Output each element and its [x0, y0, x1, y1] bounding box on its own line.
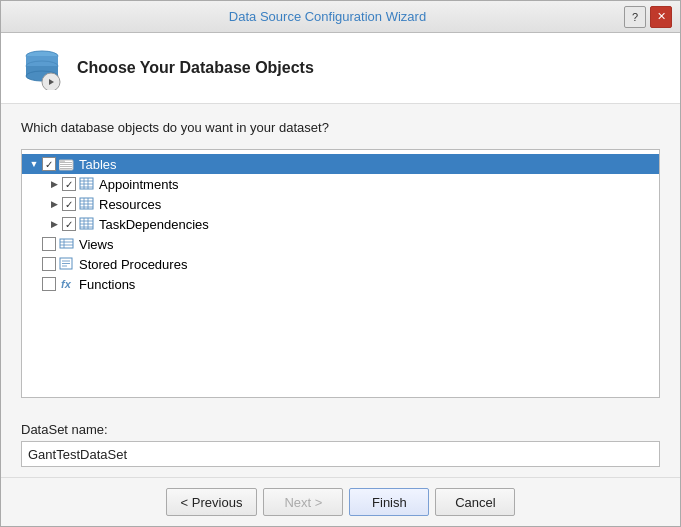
label-views: Views [79, 237, 113, 252]
next-button[interactable]: Next > [263, 488, 343, 516]
dataset-name-input[interactable] [21, 441, 660, 467]
title-bar-controls: ? ✕ [624, 6, 672, 28]
checkbox-appointments[interactable]: ✓ [62, 177, 76, 191]
footer-section: < Previous Next > Finish Cancel [1, 477, 680, 526]
tree-item-tables[interactable]: ▼ ✓ Tables [22, 154, 659, 174]
header-section: Choose Your Database Objects [1, 33, 680, 104]
label-tables: Tables [79, 157, 117, 172]
tree-item-appointments[interactable]: ▶ ✓ Appointments [22, 174, 659, 194]
tree-container[interactable]: ▼ ✓ Tables ▶ ✓ [21, 149, 660, 398]
section-question: Which database objects do you want in yo… [21, 120, 660, 135]
expander-resources[interactable]: ▶ [46, 196, 62, 212]
help-button[interactable]: ? [624, 6, 646, 28]
svg-text:fx: fx [61, 278, 72, 290]
svg-rect-10 [60, 164, 72, 165]
svg-rect-11 [60, 166, 72, 167]
view-icon [59, 236, 75, 252]
database-icon [21, 47, 63, 89]
checkbox-functions[interactable] [42, 277, 56, 291]
header-title: Choose Your Database Objects [77, 59, 314, 77]
expander-taskdependencies[interactable]: ▶ [46, 216, 62, 232]
table-icon-taskdependencies [79, 216, 95, 232]
close-button[interactable]: ✕ [650, 6, 672, 28]
label-resources: Resources [99, 197, 161, 212]
previous-button[interactable]: < Previous [166, 488, 258, 516]
table-icon-appointments [79, 176, 95, 192]
storedprocedure-icon [59, 256, 75, 272]
checkbox-resources[interactable]: ✓ [62, 197, 76, 211]
label-appointments: Appointments [99, 177, 179, 192]
title-bar: Data Source Configuration Wizard ? ✕ [1, 1, 680, 33]
tree-item-taskdependencies[interactable]: ▶ ✓ TaskDependencies [22, 214, 659, 234]
window-title: Data Source Configuration Wizard [229, 9, 426, 24]
checkbox-tables[interactable]: ✓ [42, 157, 56, 171]
label-storedprocedures: Stored Procedures [79, 257, 187, 272]
title-bar-center: Data Source Configuration Wizard [31, 9, 624, 24]
dataset-section: DataSet name: [1, 414, 680, 477]
svg-rect-9 [60, 162, 72, 163]
checkbox-taskdependencies[interactable]: ✓ [62, 217, 76, 231]
cancel-button[interactable]: Cancel [435, 488, 515, 516]
svg-rect-31 [60, 239, 73, 248]
content-section: Which database objects do you want in yo… [1, 104, 680, 414]
wizard-window: Data Source Configuration Wizard ? ✕ Cho… [0, 0, 681, 527]
tree-item-functions[interactable]: ▶ fx Functions [22, 274, 659, 294]
functions-icon: fx [59, 276, 75, 292]
table-folder-icon [59, 156, 75, 172]
svg-rect-12 [60, 168, 72, 169]
dataset-label: DataSet name: [21, 422, 660, 437]
finish-button[interactable]: Finish [349, 488, 429, 516]
tree-item-views[interactable]: ▶ Views [22, 234, 659, 254]
tree-item-storedprocedures[interactable]: ▶ Stored Procedures [22, 254, 659, 274]
label-functions: Functions [79, 277, 135, 292]
checkbox-storedprocedures[interactable] [42, 257, 56, 271]
expander-tables[interactable]: ▼ [26, 156, 42, 172]
label-taskdependencies: TaskDependencies [99, 217, 209, 232]
checkbox-views[interactable] [42, 237, 56, 251]
table-icon-resources [79, 196, 95, 212]
expander-appointments[interactable]: ▶ [46, 176, 62, 192]
tree-item-resources[interactable]: ▶ ✓ Resources [22, 194, 659, 214]
